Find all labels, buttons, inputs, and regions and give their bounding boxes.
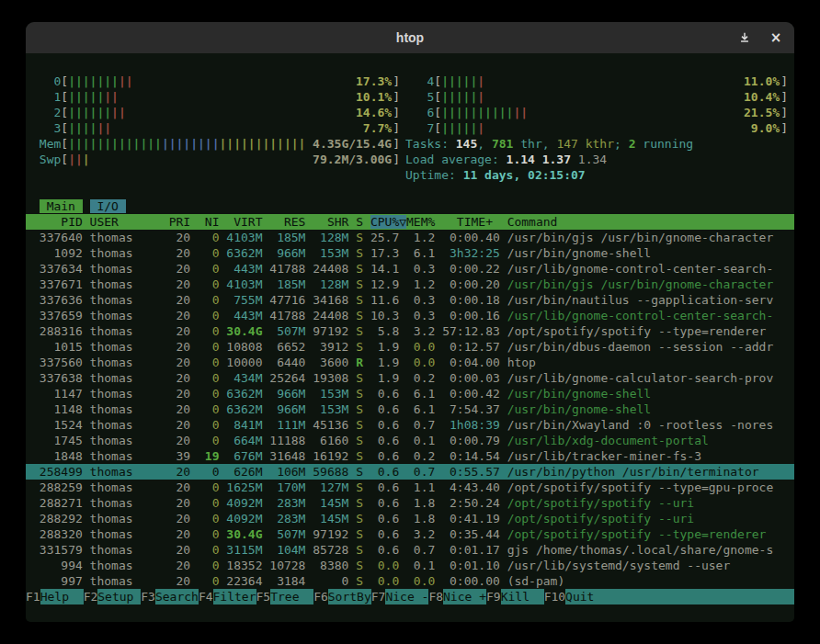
cell-shr: 128M (305, 277, 348, 291)
process-row[interactable]: 288271 thomas 20 0 4092M 283M 145M S 0.6… (26, 495, 794, 511)
column-header-state[interactable]: S (348, 215, 363, 229)
fkey-f10[interactable]: F10Quit (544, 589, 609, 604)
column-header-cpu[interactable]: CPU%▽ (370, 215, 406, 229)
cell-user: thomas (83, 418, 169, 432)
swap-meter-bar: |||79.2M/3.00G (68, 152, 393, 167)
cell-shr: 128M (305, 231, 348, 244)
cell-pid: 337560 (32, 356, 83, 369)
cell-time: 0:55.57 (435, 465, 499, 479)
process-row[interactable]: 337671 thomas 20 0 4103M 185M 128M S 12.… (26, 277, 794, 292)
cell-mem-percent: 0.0 (399, 340, 435, 354)
column-header-shr[interactable]: SHR (305, 215, 348, 229)
process-row[interactable]: 288320 thomas 20 0 30.4G 507M 97192 S 0.… (26, 526, 794, 542)
process-row[interactable]: 337659 thomas 20 0 443M 41788 24408 S 10… (26, 308, 794, 323)
process-row[interactable]: 1848 thomas 39 19 676M 31648 16192 S 0.6… (26, 448, 794, 464)
cell-time: 0:00.00 (435, 574, 499, 588)
cell-command: /usr/bin/python /usr/bin/terminator (500, 465, 759, 479)
cell-virt: 4103M (220, 231, 263, 244)
cell-virt: 6362M (220, 402, 263, 416)
column-header-pid[interactable]: PID (32, 215, 83, 229)
fkey-f5[interactable]: F5Tree (256, 589, 314, 604)
process-row[interactable]: 1015 thomas 20 0 10808 6652 3912 S 1.9 0… (26, 339, 794, 355)
column-header-res[interactable]: RES (262, 215, 305, 229)
tab-io[interactable]: I/O (90, 199, 126, 213)
fkey-f2[interactable]: F2Setup (84, 589, 142, 604)
cell-mem-percent: 0.7 (399, 418, 435, 432)
cell-ni: 0 (190, 340, 219, 354)
cell-shr: 45136 (305, 418, 348, 432)
process-row[interactable]: 994 thomas 20 0 18352 10728 8380 S 0.0 0… (26, 558, 794, 573)
process-row[interactable]: 331579 thomas 20 0 3115M 104M 85728 S 0.… (26, 542, 794, 558)
tab-main[interactable]: Main (40, 199, 83, 213)
cpu-meter-2: 2[||||||||14.6%] (32, 105, 400, 120)
process-row[interactable]: 337560 thomas 20 0 10000 6440 3600 R 1.9… (26, 355, 794, 370)
column-header-virt[interactable]: VIRT (220, 215, 263, 229)
close-icon[interactable]: × (767, 28, 785, 47)
cell-cpu-percent: 0.0 (363, 559, 399, 572)
column-header-mem[interactable]: MEM% (406, 215, 435, 229)
cell-command: /usr/bin/dbus-daemon --session --addr (500, 340, 773, 354)
cell-time: 4:43.40 (435, 480, 499, 494)
fkey-action-label: Filter (213, 589, 256, 604)
cell-virt: 18352 (220, 559, 263, 572)
meter-green-bars: |||||||||| (441, 106, 513, 119)
meter-green-bars: ||||||||||||| (68, 137, 162, 151)
cpu-meter-label: 2 (32, 105, 61, 120)
cell-user: thomas (83, 356, 169, 369)
cell-res: 283M (262, 496, 305, 510)
process-row[interactable]: 288292 thomas 20 0 4092M 283M 145M S 0.6… (26, 511, 794, 526)
process-row[interactable]: 258499 thomas 20 0 626M 106M 59688 S 0.6… (26, 464, 794, 480)
column-header-command[interactable]: Command (500, 215, 558, 229)
cell-pri: 20 (169, 340, 190, 354)
fkey-f9[interactable]: F9Kill (486, 589, 544, 604)
meters-left-column: 0[|||||||||17.3%]1[|||||||10.1%]2[||||||… (32, 73, 400, 183)
column-header-time[interactable]: TIME+ (435, 215, 499, 229)
meter-green-bars: ||||| (441, 74, 477, 88)
cell-state: S (348, 340, 363, 354)
fkey-f3[interactable]: F3Search (141, 589, 199, 604)
cell-state: S (348, 559, 363, 572)
cpu-meter-bar: ||||||11.0% (441, 73, 780, 89)
cell-state: S (348, 309, 363, 322)
cell-cpu-percent: 1.9 (363, 371, 399, 385)
cell-user: thomas (83, 480, 169, 494)
terminal-window: htop × 0[|||||||||17.3%]1[|||||||10.1%]2… (26, 22, 794, 622)
window-titlebar[interactable]: htop × (26, 22, 794, 53)
cell-shr: 6160 (305, 434, 348, 447)
process-row[interactable]: 337638 thomas 20 0 434M 25264 19308 S 1.… (26, 370, 794, 386)
cell-time: 0:00.16 (435, 309, 499, 322)
fkey-f7[interactable]: F7Nice - (371, 589, 429, 604)
process-row[interactable]: 1092 thomas 20 0 6362M 966M 153M S 17.3 … (26, 245, 794, 261)
process-row[interactable]: 337634 thomas 20 0 443M 41788 24408 S 14… (26, 261, 794, 277)
fkey-action-label: Help (40, 589, 84, 604)
swap-meter: Swp[|||79.2M/3.00G] (32, 152, 400, 167)
column-header-ni[interactable]: NI (190, 215, 219, 229)
cpu-meter-percent: 10.4% (744, 89, 780, 105)
fkey-f8[interactable]: F8Nice + (428, 589, 486, 604)
fkey-f1[interactable]: F1Help (26, 589, 84, 604)
cell-mem-percent: 0.2 (399, 449, 435, 463)
cell-pid: 337634 (32, 262, 83, 276)
process-row[interactable]: 1524 thomas 20 0 841M 111M 45136 S 0.6 0… (26, 417, 794, 433)
process-row[interactable]: 288259 thomas 20 0 1625M 170M 127M S 0.6… (26, 480, 794, 495)
cell-command: /usr/bin/gnome-shell (500, 402, 651, 416)
cell-cpu-percent: 0.6 (363, 512, 399, 525)
fkey-action-label: Setup (97, 589, 141, 604)
process-row[interactable]: 288316 thomas 20 0 30.4G 507M 97192 S 5.… (26, 323, 794, 339)
cell-user: thomas (83, 324, 169, 338)
tasks-summary-segment: , (477, 137, 492, 151)
cell-ni: 0 (190, 293, 219, 307)
uptime: Uptime: 11 days, 02:15:07 (405, 167, 788, 183)
cell-pid: 1092 (32, 246, 83, 260)
column-header-pri[interactable]: PRI (169, 215, 190, 229)
column-header-user[interactable]: USER (83, 215, 169, 229)
process-row[interactable]: 337640 thomas 20 0 4103M 185M 128M S 25.… (26, 230, 794, 245)
fkey-f4[interactable]: F4Filter (199, 589, 256, 604)
process-row[interactable]: 337636 thomas 20 0 755M 47716 34168 S 11… (26, 292, 794, 308)
fkey-f6[interactable]: F6SortBy (313, 589, 371, 604)
process-row[interactable]: 997 thomas 20 0 22364 3184 0 S 0.0 0.0 0… (26, 573, 794, 589)
process-row[interactable]: 1147 thomas 20 0 6362M 966M 153M S 0.6 6… (26, 386, 794, 401)
minimize-icon[interactable] (735, 28, 754, 47)
process-row[interactable]: 1745 thomas 20 0 664M 11188 6160 S 0.6 0… (26, 433, 794, 448)
process-row[interactable]: 1148 thomas 20 0 6362M 966M 153M S 0.6 6… (26, 401, 794, 417)
